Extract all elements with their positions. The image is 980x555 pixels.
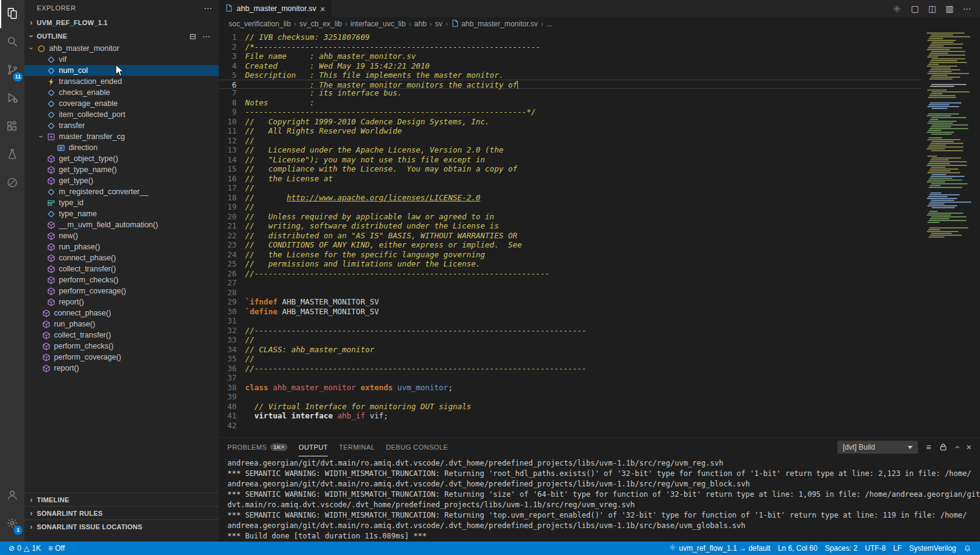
code-line-text[interactable]: //--------------------------------------…	[245, 326, 921, 336]
panel-tab-problems[interactable]: PROBLEMS1K+	[227, 438, 287, 456]
toggle-panel-icon[interactable]: ▢	[911, 4, 919, 13]
code-line-text[interactable]	[245, 373, 921, 383]
code-line-text[interactable]	[245, 421, 921, 431]
code-line-text[interactable]: : The master monitor monitors the activi…	[245, 80, 921, 89]
code-line-text[interactable]: ----------------------------------------…	[245, 107, 921, 117]
outline-item-new[interactable]: new()	[25, 230, 219, 241]
outline-item-ahb_master_monitor[interactable]: ›ahb_master_monitor	[25, 43, 219, 54]
activity-run-debug[interactable]	[0, 85, 25, 113]
cursor-position-status[interactable]: Ln 6, Col 60	[774, 544, 821, 553]
problems-status[interactable]: ⊘ 0 △ 1K	[5, 542, 45, 555]
code-line-text[interactable]: // Copyright 1999-2010 Cadence Design Sy…	[245, 117, 921, 127]
breadcrumb-file[interactable]: ahb_master_monitor.sv	[451, 19, 538, 29]
settings-gear-icon[interactable]	[892, 4, 902, 13]
code-line-text[interactable]: //--------------------------------------…	[245, 364, 921, 374]
code-line-text[interactable]	[245, 288, 921, 298]
eol-status[interactable]: LF	[889, 544, 905, 553]
outline-item-report[interactable]: report()	[25, 296, 219, 308]
code-line-text[interactable]: // "License"); you may not use this file…	[245, 155, 921, 165]
code-line-text[interactable]: // writing, software distributed under t…	[245, 221, 921, 231]
clear-output-icon[interactable]: ≡	[926, 442, 931, 452]
code-line-text[interactable]	[245, 316, 921, 326]
section-timeline[interactable]: › TIMELINE	[25, 493, 219, 506]
code-line-text[interactable]	[245, 278, 921, 288]
code-line-text[interactable]: // All Rights Reserved Worldwide	[245, 126, 921, 136]
code-line-text[interactable]: //	[245, 335, 921, 345]
code-line-text[interactable]: // Virtual Interface for monitoring DUT …	[245, 402, 921, 412]
code-editor[interactable]: 1// IVB checksum: 32518076092/*---------…	[219, 31, 921, 437]
outline-item-coverage_enable[interactable]: coverage_enable	[25, 98, 219, 109]
section-sonarlint-issue-locations[interactable]: › SONARLINT ISSUE LOCATIONS	[25, 519, 219, 533]
breadcrumb-item[interactable]: soc_verification_lib	[229, 20, 291, 28]
code-line-text[interactable]: // the License at	[245, 174, 921, 184]
activity-extensions[interactable]	[0, 113, 25, 141]
outline-item-direction[interactable]: direction	[25, 142, 219, 153]
tab-ahb-master-monitor[interactable]: ahb_master_monitor.sv ×	[219, 0, 332, 17]
activity-search[interactable]	[0, 28, 25, 56]
close-panel-icon[interactable]: ×	[967, 442, 971, 452]
panel-tab-debug-console[interactable]: DEBUG CONSOLE	[386, 438, 448, 456]
activity-account[interactable]	[0, 481, 25, 510]
close-icon[interactable]: ×	[320, 4, 325, 13]
outline-item-collect_transfer[interactable]: collect_transfer()	[25, 330, 219, 341]
outline-item-get_type[interactable]: get_type()	[25, 175, 219, 186]
code-line-text[interactable]: //--------------------------------------…	[245, 269, 921, 279]
code-line-text[interactable]: File name : ahb_master_monitor.sv	[245, 51, 921, 61]
activity-explorer[interactable]	[0, 0, 25, 28]
outline-item-perform_checks[interactable]: perform_checks()	[25, 274, 219, 285]
maximize-panel-icon[interactable]: ›	[955, 442, 959, 452]
outline-item-get_object_type[interactable]: get_object_type()	[25, 153, 219, 164]
code-line-text[interactable]: // CONDITIONS OF ANY KIND, either expres…	[245, 240, 921, 250]
outline-item-collect_transfer[interactable]: collect_transfer()	[25, 263, 219, 274]
section-outline[interactable]: › OUTLINE ⊟ ⋯	[25, 29, 219, 43]
code-line-text[interactable]: // http://www.apache.org/licenses/LICENS…	[245, 193, 921, 203]
more-actions-icon[interactable]: ⋯	[204, 3, 213, 13]
code-line-text[interactable]: /*--------------------------------------…	[245, 42, 921, 52]
customize-layout-icon[interactable]: ▥	[946, 4, 954, 13]
code-line-text[interactable]: `ifndef AHB_MASTER_MONITOR_SV	[245, 297, 921, 307]
build-config-status[interactable]: uvm_ref_flow_1.1 → default	[665, 543, 774, 553]
code-line-text[interactable]: // compliance with the License. You may …	[245, 164, 921, 174]
code-line-text[interactable]	[245, 392, 921, 402]
encoding-status[interactable]: UTF-8	[861, 544, 889, 553]
outline-item-report[interactable]: report()	[25, 363, 219, 374]
output-channel-select[interactable]: [dvt] Build	[837, 440, 918, 454]
code-line-text[interactable]: // permissions and limitations under the…	[245, 259, 921, 269]
collapse-all-icon[interactable]: ⊟	[189, 32, 196, 41]
outline-item-run_phase[interactable]: run_phase()	[25, 319, 219, 330]
outline-item-connect_phase[interactable]: connect_phase()	[25, 308, 219, 319]
outline-item-perform_checks[interactable]: perform_checks()	[25, 341, 219, 352]
code-line-text[interactable]: // Licensed under the Apache License, Ve…	[245, 145, 921, 155]
activity-source-control[interactable]: 11	[0, 56, 25, 85]
code-line-text[interactable]: // IVB checksum: 3251807609	[245, 32, 921, 42]
outline-item-transfer[interactable]: transfer	[25, 120, 219, 131]
code-line-text[interactable]: //	[245, 183, 921, 193]
indentation-status[interactable]: Spaces: 2	[821, 544, 861, 553]
breadcrumb-item[interactable]: interface_uvc_lib	[351, 20, 406, 28]
section-workspace[interactable]: › UVM_REF_FLOW_1.1	[25, 16, 219, 29]
code-line-text[interactable]: Created : Wed May 19 15:42:21 2010	[245, 61, 921, 71]
lock-scroll-icon[interactable]	[939, 443, 948, 451]
outline-item-get_type_name[interactable]: get_type_name()	[25, 164, 219, 175]
breadcrumb-item[interactable]: sv_cb_ex_lib	[299, 20, 341, 28]
code-line-text[interactable]: // CLASS: ahb_master_monitor	[245, 345, 921, 355]
outline-item-master_transfer_cg[interactable]: ›master_transfer_cg	[25, 131, 219, 142]
outline-item-checks_enable[interactable]: checks_enable	[25, 87, 219, 98]
outline-item-perform_coverage[interactable]: perform_coverage()	[25, 352, 219, 363]
outline-item-run_phase[interactable]: run_phase()	[25, 241, 219, 252]
code-line-text[interactable]: Notes :	[245, 98, 921, 108]
chevron-down-icon[interactable]: ›	[27, 44, 36, 53]
breadcrumb-more[interactable]: ...	[547, 20, 553, 28]
outline-item-num_col[interactable]: num_col	[25, 65, 219, 76]
panel-tab-terminal[interactable]: TERMINAL	[339, 438, 375, 456]
code-line-text[interactable]: //	[245, 136, 921, 146]
code-line-text[interactable]: class ahb_master_monitor extends uvm_mon…	[245, 383, 921, 393]
notifications-bell-icon[interactable]	[960, 545, 975, 553]
section-sonarlint-rules[interactable]: › SONARLINT RULES	[25, 506, 219, 519]
code-line-text[interactable]: //	[245, 354, 921, 364]
chevron-down-icon[interactable]: ›	[37, 132, 45, 141]
outline-item-transaction_ended[interactable]: transaction_ended	[25, 76, 219, 87]
panel-tab-output[interactable]: OUTPUT	[298, 438, 328, 456]
activity-testing[interactable]	[0, 141, 25, 169]
code-line-text[interactable]: virtual interface ahb_if vif;	[245, 411, 921, 421]
